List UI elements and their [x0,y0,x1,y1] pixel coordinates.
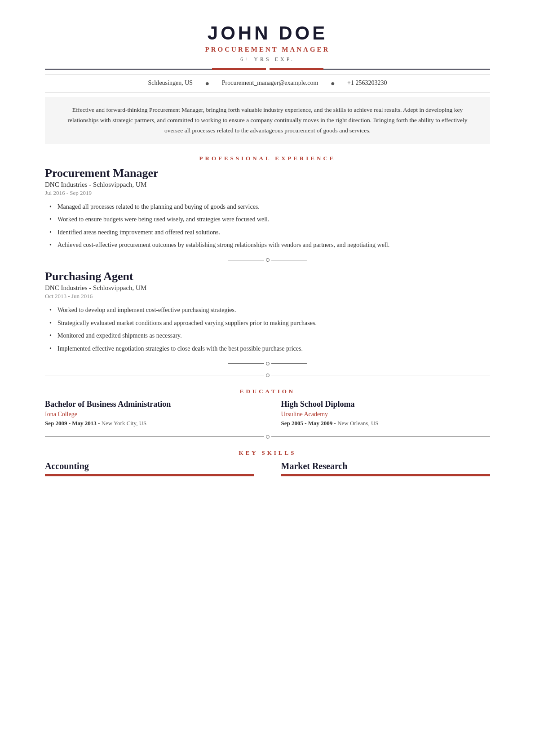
list-item: Identified areas needing improvement and… [49,228,490,237]
skills-section-header: KEY SKILLS [45,449,490,457]
education-section-header: EDUCATION [45,388,490,395]
divider-line [271,363,307,364]
skills-grid: Accounting Market Research [45,461,490,476]
education-item-2: High School Diploma Ursuline Academy Sep… [281,400,491,427]
header-section: JOHN DOE PROCUREMENT MANAGER 6+ YRS EXP. [45,22,490,63]
divider-line-left [45,69,212,70]
divider-line-right [271,375,491,375]
candidate-name: JOHN DOE [45,22,490,44]
job-2-dates: Oct 2013 - Jun 2016 [45,293,490,300]
resume-document: JOHN DOE PROCUREMENT MANAGER 6+ YRS EXP.… [0,0,535,756]
divider-line [271,260,307,260]
accent-left [212,68,266,70]
dot-separator-2: ● [331,79,335,87]
edu-2-school: Ursuline Academy [281,411,491,418]
list-item: Worked to develop and implement cost-eff… [49,305,490,315]
job-1-title: Procurement Manager [45,167,490,180]
skill-item-2: Market Research [281,461,491,476]
edu-2-dates: Sep 2005 - May 2009 - New Orleans, US [281,420,491,427]
divider-line-right [323,69,491,70]
education-grid: Bachelor of Business Administration Iona… [45,400,490,427]
edu-2-degree: High School Diploma [281,400,491,409]
skill-2-name: Market Research [281,461,491,471]
job-1: Procurement Manager DNC Industries - Sch… [45,167,490,251]
list-item: Managed all processes related to the pla… [49,202,490,212]
contact-email: Procurement_manager@example.com [222,79,318,86]
dot-separator-1: ● [205,79,210,87]
edu-1-dates: Sep 2009 - May 2013 - New York City, US [45,420,254,427]
skill-2-bar [281,474,491,476]
job-1-dates: Jul 2016 - Sep 2019 [45,189,490,197]
experience-years: 6+ YRS EXP. [45,56,490,63]
divider-line-left [45,375,264,375]
divider-dot [266,374,270,377]
accent-right [270,68,323,70]
contact-phone: +1 2563203230 [347,79,387,86]
skill-1-name: Accounting [45,461,254,471]
job-2-title: Purchasing Agent [45,270,490,283]
contact-location: Schleusingen, US [148,79,193,86]
section-divider-education [45,374,490,377]
divider-line [228,260,264,260]
divider-line-right [271,436,491,437]
list-item: Monitored and expedited shipments as nec… [49,331,490,341]
section-divider-skills [45,435,490,439]
top-divider [45,68,490,70]
job-1-bullets: Managed all processes related to the pla… [45,202,490,251]
divider-dot [266,258,270,262]
divider-dot [266,362,270,365]
list-item: Implemented effective negotiation strate… [49,344,490,354]
list-item: Achieved cost-effective procurement outc… [49,240,490,250]
divider-line [228,363,264,364]
job-2: Purchasing Agent DNC Industries - Schlos… [45,270,490,354]
edu-1-school: Iona College [45,411,254,418]
experience-section-header: PROFESSIONAL EXPERIENCE [45,155,490,162]
job-2-company: DNC Industries - Schlosvippach, UM [45,284,490,292]
job-divider-1 [45,258,490,262]
job-1-company: DNC Industries - Schlosvippach, UM [45,181,490,189]
list-item: Strategically evaluated market condition… [49,318,490,328]
divider-line-left [45,436,264,437]
contact-bar: Schleusingen, US ● Procurement_manager@e… [45,75,490,92]
job-divider-2 [45,362,490,365]
candidate-title: PROCUREMENT MANAGER [45,46,490,53]
skill-1-bar [45,474,254,476]
summary-section: Effective and forward-thinking Procureme… [45,97,490,144]
job-2-bullets: Worked to develop and implement cost-eff… [45,305,490,354]
education-item-1: Bachelor of Business Administration Iona… [45,400,254,427]
list-item: Worked to ensure budgets were being used… [49,215,490,224]
edu-1-degree: Bachelor of Business Administration [45,400,254,409]
skill-item-1: Accounting [45,461,254,476]
divider-dot [266,435,270,439]
